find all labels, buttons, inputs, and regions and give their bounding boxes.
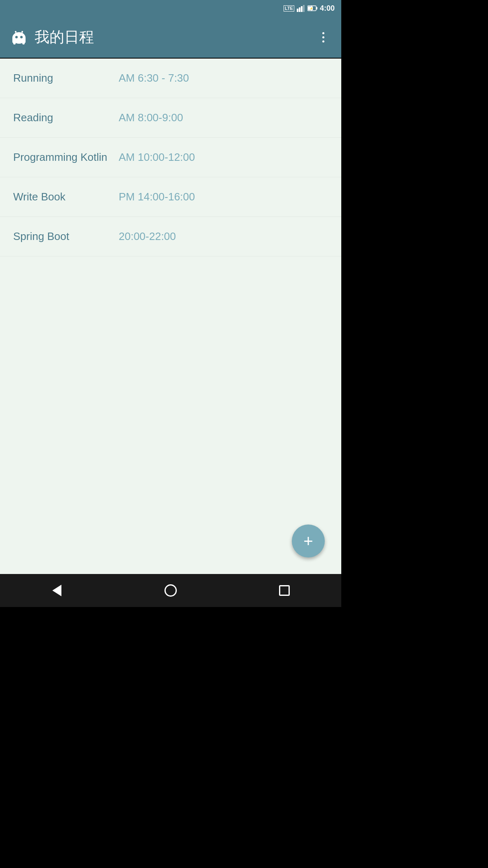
app-bar: 我的日程 — [0, 16, 341, 58]
status-bar: LTE ⚡ 4:00 — [0, 0, 341, 16]
time-display: 4:00 — [320, 4, 335, 13]
home-button[interactable] — [160, 580, 181, 601]
recents-square-icon — [279, 585, 290, 596]
svg-rect-17 — [13, 40, 16, 45]
battery-icon: ⚡ — [307, 5, 317, 11]
back-arrow-icon — [52, 585, 61, 596]
item-name: Write Book — [13, 191, 112, 203]
item-time: AM 10:00-12:00 — [119, 151, 195, 164]
schedule-item[interactable]: Spring Boot20:00-22:00 — [0, 217, 341, 256]
recents-button[interactable] — [274, 580, 295, 601]
svg-point-12 — [20, 36, 23, 38]
schedule-item[interactable]: RunningAM 6:30 - 7:30 — [0, 59, 341, 98]
svg-text:⚡: ⚡ — [310, 7, 313, 10]
back-button[interactable] — [47, 580, 67, 601]
item-time: 20:00-22:00 — [119, 230, 176, 243]
schedule-list: RunningAM 6:30 - 7:30ReadingAM 8:00-9:00… — [0, 59, 341, 256]
bottom-navigation — [0, 574, 341, 607]
android-logo — [10, 28, 28, 46]
svg-point-15 — [15, 31, 16, 33]
item-name: Running — [13, 72, 112, 85]
status-bar-icons: LTE ⚡ 4:00 — [284, 4, 335, 13]
item-name: Programming Kotlin — [13, 151, 112, 164]
svg-rect-1 — [299, 7, 300, 12]
svg-rect-5 — [316, 7, 317, 9]
svg-rect-0 — [297, 9, 298, 12]
home-circle-icon — [164, 584, 177, 597]
svg-rect-18 — [22, 40, 25, 45]
schedule-item[interactable]: Write BookPM 14:00-16:00 — [0, 177, 341, 217]
svg-point-11 — [15, 36, 18, 38]
add-schedule-button[interactable]: + — [292, 525, 325, 557]
item-name: Spring Boot — [13, 230, 112, 243]
svg-rect-2 — [301, 6, 303, 12]
more-options-button[interactable] — [315, 29, 331, 45]
lte-indicator: LTE — [284, 5, 294, 12]
svg-rect-3 — [303, 5, 305, 12]
main-content: RunningAM 6:30 - 7:30ReadingAM 8:00-9:00… — [0, 59, 341, 574]
plus-icon: + — [303, 533, 313, 549]
svg-point-16 — [21, 31, 23, 33]
item-time: AM 8:00-9:00 — [119, 111, 183, 124]
signal-icon — [297, 5, 305, 12]
item-time: PM 14:00-16:00 — [119, 191, 195, 203]
schedule-item[interactable]: Programming KotlinAM 10:00-12:00 — [0, 138, 341, 177]
app-title: 我的日程 — [35, 27, 94, 47]
schedule-item[interactable]: ReadingAM 8:00-9:00 — [0, 98, 341, 138]
item-time: AM 6:30 - 7:30 — [119, 72, 189, 85]
item-name: Reading — [13, 111, 112, 124]
